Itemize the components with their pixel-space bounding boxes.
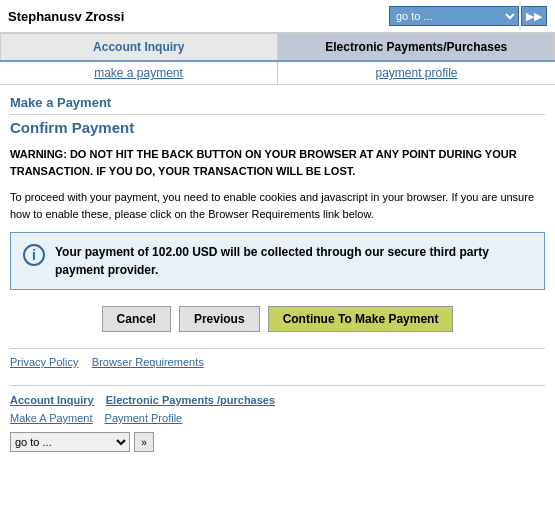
main-content: Make a Payment Confirm Payment WARNING: … xyxy=(0,85,555,452)
info-message: Your payment of 102.00 USD will be colle… xyxy=(55,243,532,279)
bottom-nav: Account Inquiry Electronic Payments /pur… xyxy=(10,385,545,452)
previous-button[interactable]: Previous xyxy=(179,306,260,332)
bottom-goto-button[interactable]: » xyxy=(134,432,154,452)
warning-text-1: WARNING: DO NOT HIT THE BACK BUTTON ON Y… xyxy=(10,146,545,179)
bottom-sub-links: Make A Payment Payment Profile xyxy=(10,412,545,424)
nav-tabs: Account Inquiry Electronic Payments/Purc… xyxy=(0,33,555,62)
privacy-policy-link[interactable]: Privacy Policy xyxy=(10,356,78,368)
bottom-electronic-payments-link[interactable]: Electronic Payments /purchases xyxy=(106,394,275,406)
browser-requirements-link[interactable]: Browser Requirements xyxy=(92,356,204,368)
header-goto-select[interactable]: go to ... xyxy=(389,6,519,26)
warning-text-2: To proceed with your payment, you need t… xyxy=(10,189,545,222)
button-row: Cancel Previous Continue To Make Payment xyxy=(10,306,545,332)
footer-links: Privacy Policy Browser Requirements xyxy=(10,348,545,375)
subnav-make-payment[interactable]: make a payment xyxy=(0,62,278,84)
tab-electronic-payments[interactable]: Electronic Payments/Purchases xyxy=(278,33,556,60)
bottom-account-inquiry-link[interactable]: Account Inquiry xyxy=(10,394,94,406)
user-name: Stephanusv Zrossi xyxy=(8,9,124,24)
subnav-payment-profile[interactable]: payment profile xyxy=(278,62,555,84)
section-title: Confirm Payment xyxy=(10,119,545,136)
bottom-nav-links: Account Inquiry Electronic Payments /pur… xyxy=(10,394,545,406)
bottom-goto-wrapper: go to ... » xyxy=(10,432,545,452)
header-goto-button[interactable]: ▶▶ xyxy=(521,6,547,26)
page-title: Make a Payment xyxy=(10,95,545,115)
bottom-goto-select[interactable]: go to ... xyxy=(10,432,130,452)
sub-nav: make a payment payment profile xyxy=(0,62,555,85)
bottom-make-payment-link[interactable]: Make A Payment xyxy=(10,412,93,424)
page-header: Stephanusv Zrossi go to ... ▶▶ xyxy=(0,0,555,33)
cancel-button[interactable]: Cancel xyxy=(102,306,171,332)
info-box: i Your payment of 102.00 USD will be col… xyxy=(10,232,545,290)
info-icon: i xyxy=(23,244,45,266)
header-goto-wrapper: go to ... ▶▶ xyxy=(389,6,547,26)
continue-button[interactable]: Continue To Make Payment xyxy=(268,306,454,332)
bottom-payment-profile-link[interactable]: Payment Profile xyxy=(105,412,183,424)
tab-account-inquiry[interactable]: Account Inquiry xyxy=(0,33,278,60)
